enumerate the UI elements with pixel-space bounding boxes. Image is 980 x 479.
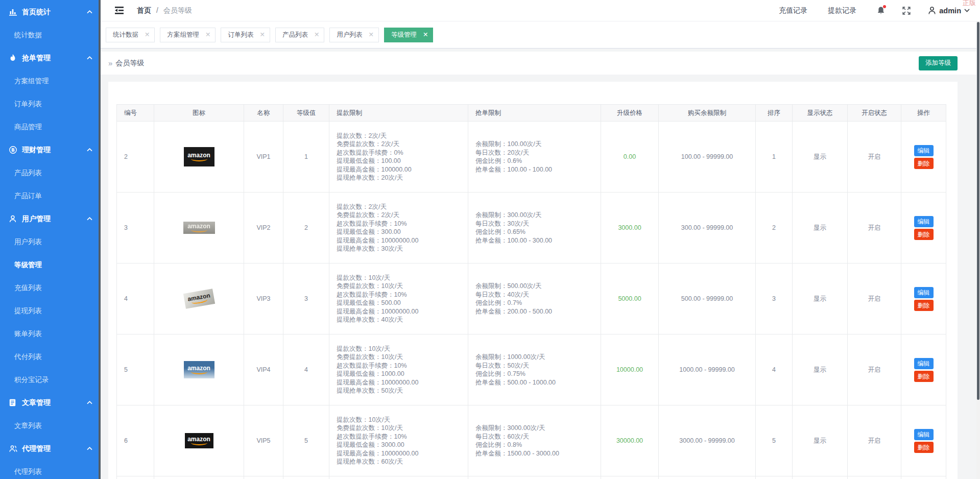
recharge-records-link[interactable]: 充值记录 [779, 6, 807, 15]
sidebar-section-label: 理财管理 [22, 146, 51, 155]
tab-2[interactable]: 订单列表✕ [221, 28, 270, 42]
delete-button[interactable]: 删除 [914, 442, 934, 453]
tab-close-icon[interactable]: ✕ [259, 32, 265, 38]
level-name-cell: VIP1 [244, 122, 283, 193]
tab-close-icon[interactable]: ✕ [368, 32, 373, 38]
tab-0[interactable]: 统计数据✕ [106, 28, 155, 42]
level-value-cell: 3 [283, 264, 329, 334]
edit-button[interactable]: 编辑 [914, 358, 934, 369]
grab-limit-line: 每日次数：60次/天 [475, 433, 599, 441]
level-icon-cell: amazon [154, 122, 244, 193]
table-row: 4amazonVIP33提款次数：10次/天免费提款次数：10次/天超次数提款手… [117, 264, 946, 334]
column-header: 升级价格 [601, 105, 659, 122]
withdraw-records-link[interactable]: 提款记录 [828, 6, 856, 15]
sidebar-item[interactable]: 账单列表 [0, 322, 101, 345]
table-row-partial [117, 476, 946, 479]
table-header-row: 编号图标名称等级值提款限制抢单限制升级价格购买余额限制排序显示状态开启状态操作 [117, 105, 946, 122]
amazon-smile-icon [191, 372, 207, 374]
tab-close-icon[interactable]: ✕ [205, 32, 210, 38]
sidebar-item[interactable]: 订单列表 [0, 92, 101, 115]
level-value-cell: 1 [283, 122, 329, 193]
tab-1[interactable]: 方案组管理✕ [160, 28, 216, 42]
tab-3[interactable]: 产品列表✕ [275, 28, 324, 42]
edit-button[interactable]: 编辑 [914, 216, 934, 227]
sidebar-item[interactable]: 用户列表 [0, 230, 101, 253]
grab-limit-line: 余额限制：100.00次/天 [475, 140, 599, 149]
grab-limits-cell: 余额限制：3000.00次/天每日次数：60次/天佣金比例：0.8%抢单金额：1… [468, 405, 601, 476]
grab-limit-line: 每日次数：20次/天 [475, 149, 599, 157]
person-icon [928, 6, 936, 15]
open-status-cell: 开启 [848, 193, 901, 264]
sidebar-item[interactable]: 统计数据 [0, 23, 101, 46]
sidebar-item[interactable]: 代付列表 [0, 345, 101, 368]
page-scrollbar[interactable] [976, 21, 980, 479]
upgrade-price-cell: 0.00 [601, 122, 659, 193]
withdraw-limit-line: 提现最低金额：500.00 [337, 299, 466, 307]
sidebar-section-1[interactable]: 抢单管理 [0, 46, 101, 69]
sidebar-item[interactable]: 文章列表 [0, 414, 101, 437]
level-name-cell: VIP3 [244, 264, 283, 334]
delete-button[interactable]: 删除 [914, 371, 934, 382]
tabbar: 统计数据✕方案组管理✕订单列表✕产品列表✕用户列表✕等级管理✕ [101, 21, 980, 49]
tab-5-active[interactable]: 等级管理✕ [384, 28, 433, 42]
sidebar-section-5[interactable]: 代理管理 [0, 437, 101, 460]
amazon-logo-image: amazon [184, 147, 214, 166]
balance-limit-cell: 100.00 - 99999.00 [659, 122, 756, 193]
sidebar-item[interactable]: 积分宝记录 [0, 368, 101, 391]
sidebar-item[interactable]: 产品列表 [0, 161, 101, 184]
withdraw-limit-line: 提款次数：10次/天 [337, 274, 466, 282]
sidebar-section-4[interactable]: 文章管理 [0, 391, 101, 414]
empty-cell [601, 476, 659, 479]
amazon-logo-text: amazon [187, 152, 210, 158]
withdraw-limits-cell: 提款次数：2次/天免费提款次数：2次/天超次数提款手续费：0%提现最低金额：10… [329, 122, 468, 193]
sidebar-item-active[interactable]: 等级管理 [0, 253, 101, 276]
table-row: 5amazonVIP44提款次数：10次/天免费提款次数：10次/天超次数提款手… [117, 334, 946, 405]
sidebar-item[interactable]: 方案组管理 [0, 69, 101, 92]
grab-limits-cell: 余额限制：1000.00次/天每日次数：50次/天佣金比例：0.75%抢单金额：… [468, 334, 601, 405]
withdraw-limit-line: 提现最低金额：100.00 [337, 157, 466, 165]
tab-close-icon[interactable]: ✕ [145, 32, 150, 38]
tab-close-icon[interactable]: ✕ [423, 32, 428, 38]
column-header: 名称 [244, 105, 283, 122]
sidebar-section-0[interactable]: 首页统计 [0, 1, 101, 23]
title-marker-icon: » [108, 59, 111, 67]
fullscreen-icon[interactable] [902, 7, 911, 15]
breadcrumb-home[interactable]: 首页 [137, 6, 151, 14]
edit-button[interactable]: 编辑 [914, 287, 934, 298]
amazon-logo-image: amazon [184, 361, 214, 378]
display-status-cell: 显示 [793, 193, 848, 264]
tab-4[interactable]: 用户列表✕ [329, 28, 378, 42]
column-header: 等级值 [283, 105, 329, 122]
delete-button[interactable]: 删除 [914, 300, 934, 311]
delete-button[interactable]: 删除 [914, 229, 934, 240]
collapse-sidebar-icon[interactable] [115, 7, 124, 14]
level-id-cell: 2 [117, 122, 154, 193]
sidebar-item[interactable]: 代理列表 [0, 460, 101, 479]
withdraw-limit-line: 提现抢单次数：60次/天 [337, 458, 466, 466]
sidebar-section-label: 文章管理 [22, 398, 51, 408]
sidebar-item[interactable]: 提现列表 [0, 299, 101, 322]
username: admin [939, 7, 961, 15]
column-header: 购买余额限制 [659, 105, 756, 122]
empty-cell [901, 476, 946, 479]
grab-limit-line: 余额限制：500.00次/天 [475, 282, 599, 291]
edit-button[interactable]: 编辑 [914, 429, 934, 440]
sidebar-scrollbar[interactable] [99, 0, 101, 479]
grab-limits-cell: 余额限制：300.00次/天每日次数：30次/天佣金比例：0.65%抢单金额：1… [468, 193, 601, 264]
levels-table: 编号图标名称等级值提款限制抢单限制升级价格购买余额限制排序显示状态开启状态操作 … [116, 104, 946, 479]
amazon-logo-image: amazon [183, 222, 215, 234]
sidebar-section-3[interactable]: 用户管理 [0, 207, 101, 230]
sidebar-item[interactable]: 商品管理 [0, 115, 101, 138]
edit-button[interactable]: 编辑 [914, 145, 934, 156]
page-scrollbar-thumb[interactable] [977, 22, 979, 400]
sidebar-section-2[interactable]: B理财管理 [0, 138, 101, 161]
amazon-logo-text: amazon [187, 223, 210, 229]
amazon-smile-icon [191, 443, 207, 445]
balance-limit-cell: 3000.00 - 99999.00 [659, 405, 756, 476]
bell-icon[interactable] [877, 6, 885, 15]
tab-close-icon[interactable]: ✕ [314, 32, 319, 38]
delete-button[interactable]: 删除 [914, 158, 934, 169]
add-level-button[interactable]: 添加等级 [919, 56, 958, 70]
sidebar-item[interactable]: 产品订单 [0, 184, 101, 207]
sidebar-item[interactable]: 充值列表 [0, 276, 101, 299]
